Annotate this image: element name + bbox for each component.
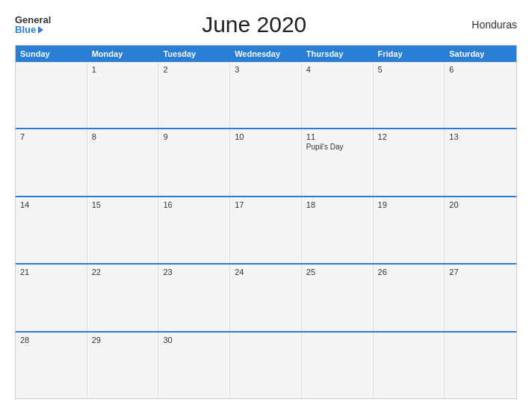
calendar-week-5: 28 29 30 — [16, 331, 516, 398]
calendar-week-2: 7 8 9 10 11 Pupil's Day 12 13 — [16, 128, 516, 195]
calendar-grid: Sunday Monday Tuesday Wednesday Thursday… — [15, 45, 517, 399]
country-label: Honduras — [457, 19, 517, 31]
cell-w4-sun: 21 — [16, 265, 87, 330]
header-friday: Friday — [374, 46, 445, 62]
cell-w3-wed: 17 — [230, 197, 302, 263]
cell-w3-fri: 19 — [374, 197, 445, 263]
cell-w4-wed: 24 — [230, 265, 302, 330]
cell-w1-sun — [16, 62, 87, 128]
cell-w5-fri — [374, 333, 445, 398]
calendar-body: 1 2 3 4 5 6 7 8 9 10 11 Pupil's Day 12 1… — [16, 62, 516, 398]
calendar-week-3: 14 15 16 17 18 19 20 — [16, 196, 516, 263]
cell-w3-sat: 20 — [445, 197, 516, 263]
cell-w3-thu: 18 — [302, 197, 374, 263]
cell-w1-tue: 2 — [158, 62, 230, 128]
cell-w2-fri: 12 — [374, 129, 445, 195]
calendar-week-4: 21 22 23 24 25 26 27 — [16, 263, 516, 330]
cell-w3-tue: 16 — [158, 197, 230, 263]
header-monday: Monday — [87, 46, 159, 62]
calendar-header-row: Sunday Monday Tuesday Wednesday Thursday… — [16, 46, 516, 62]
cell-w3-sun: 14 — [16, 197, 87, 263]
page-title: June 2020 — [51, 12, 457, 37]
cell-w5-sun: 28 — [16, 333, 87, 398]
cell-w1-wed: 3 — [230, 62, 302, 128]
cell-w2-thu: 11 Pupil's Day — [302, 129, 374, 195]
cell-w5-sat — [445, 333, 516, 398]
cell-w2-wed: 10 — [230, 129, 302, 195]
header-tuesday: Tuesday — [158, 46, 230, 62]
cell-w4-tue: 23 — [158, 265, 230, 330]
cell-w5-thu — [302, 333, 374, 398]
header-wednesday: Wednesday — [230, 46, 302, 62]
page-header: General Blue June 2020 Honduras — [15, 12, 517, 37]
cell-w1-thu: 4 — [302, 62, 374, 128]
cell-w2-mon: 8 — [87, 129, 159, 195]
cell-w5-wed — [230, 333, 302, 398]
cell-w5-tue: 30 — [158, 333, 230, 398]
logo: General Blue — [15, 15, 51, 34]
cell-w4-mon: 22 — [87, 265, 159, 330]
header-saturday: Saturday — [445, 46, 516, 62]
cell-w4-thu: 25 — [302, 265, 374, 330]
cell-w2-tue: 9 — [158, 129, 230, 195]
cell-w1-fri: 5 — [374, 62, 445, 128]
cell-w2-sat: 13 — [445, 129, 516, 195]
header-sunday: Sunday — [16, 46, 87, 62]
calendar-page: General Blue June 2020 Honduras Sunday M… — [0, 0, 532, 411]
cell-w4-sat: 27 — [445, 265, 516, 330]
calendar-week-1: 1 2 3 4 5 6 — [16, 62, 516, 128]
cell-w3-mon: 15 — [87, 197, 159, 263]
cell-w5-mon: 29 — [87, 333, 159, 398]
cell-w2-sun: 7 — [16, 129, 87, 195]
cell-w1-mon: 1 — [87, 62, 159, 128]
header-thursday: Thursday — [302, 46, 374, 62]
logo-blue-text: Blue — [15, 25, 51, 34]
cell-w4-fri: 26 — [374, 265, 445, 330]
cell-w1-sat: 6 — [445, 62, 516, 128]
logo-triangle-icon — [38, 26, 43, 34]
